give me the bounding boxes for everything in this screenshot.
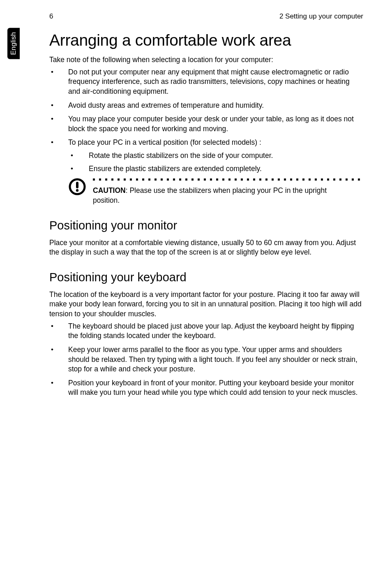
list-item: Position your keyboard in front of your … (49, 378, 363, 398)
caution-paragraph: CAUTION: Please use the stabilizers when… (93, 186, 363, 205)
list-item-text: To place your PC in a vertical position … (68, 138, 261, 146)
list-item: You may place your computer beside your … (49, 114, 363, 134)
list-item: To place your PC in a vertical position … (49, 138, 363, 174)
caution-label: CAUTION (93, 186, 126, 195)
list-item: Rotate the plastic stabilizers on the si… (68, 151, 363, 161)
caution-text-wrap: CAUTION: Please use the stabilizers when… (93, 178, 363, 205)
main-bullet-list: Do not put your computer near any equipm… (49, 67, 363, 174)
caution-icon (68, 178, 86, 196)
sub-bullet-list: Rotate the plastic stabilizers on the si… (68, 151, 363, 174)
page-number: 6 (49, 12, 53, 21)
caution-body: : Please use the stabilizers when placin… (93, 186, 327, 204)
svg-rect-1 (76, 182, 78, 188)
caution-block: CAUTION: Please use the stabilizers when… (68, 178, 363, 205)
keyboard-bullet-list: The keyboard should be placed just above… (49, 322, 363, 398)
page-content: 6 2 Setting up your computer Arranging a… (0, 0, 392, 414)
dotted-divider (93, 178, 363, 182)
keyboard-body: The location of the keyboard is a very i… (49, 290, 363, 319)
page-header: 6 2 Setting up your computer (49, 12, 363, 21)
language-side-tab: English (7, 28, 20, 59)
list-item: Do not put your computer near any equipm… (49, 67, 363, 97)
svg-point-2 (76, 189, 78, 192)
page-title: Arranging a comfortable work area (49, 31, 363, 49)
list-item: Ensure the plastic stabilizers are exten… (68, 164, 363, 174)
list-item: Avoid dusty areas and extremes of temper… (49, 101, 363, 111)
section-heading-monitor: Positioning your monitor (49, 219, 363, 232)
monitor-body: Place your monitor at a comfortable view… (49, 238, 363, 257)
list-item: Keep your lower arms parallel to the flo… (49, 345, 363, 374)
section-heading-keyboard: Positioning your keyboard (49, 271, 363, 284)
list-item: The keyboard should be placed just above… (49, 322, 363, 341)
chapter-title: 2 Setting up your computer (279, 12, 363, 21)
intro-paragraph: Take note of the following when selectin… (49, 55, 363, 65)
